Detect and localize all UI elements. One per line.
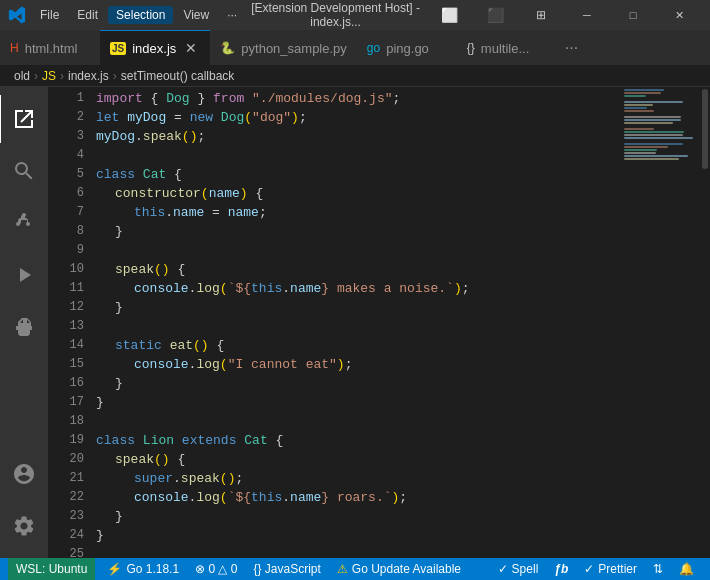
code-line: } [92,393,620,412]
line-number: 25 [48,545,84,558]
tab-bar: H html.html JS index.js ✕ 🐍 python_sampl… [0,30,710,65]
status-update-label: Go Update Available [352,562,461,576]
menu-view[interactable]: View [175,6,217,24]
code-line: speak() { [92,450,620,469]
status-notifications[interactable]: 🔔 [671,558,702,580]
code-line [92,412,620,431]
line-number: 11 [48,279,84,298]
code-line: import { Dog } from "./modules/dog.js"; [92,89,620,108]
status-errors-label: ⊗ 0 △ 0 [195,562,237,576]
run-debug-icon[interactable] [0,251,48,299]
code-line: } [92,507,620,526]
breadcrumb-sep3: › [113,69,117,83]
scrollbar[interactable] [700,87,710,558]
minimize-button[interactable]: ─ [564,0,610,30]
code-line: console.log(`${this.name} roars.`); [92,488,620,507]
tab-index-js[interactable]: JS index.js ✕ [100,30,210,65]
code-line: this.name = name; [92,203,620,222]
code-line: } [92,374,620,393]
line-number: 14 [48,336,84,355]
extensions-icon[interactable] [0,303,48,351]
status-language[interactable]: {} JavaScript [245,558,328,580]
maximize-button[interactable]: □ [610,0,656,30]
line-number: 6 [48,184,84,203]
line-number: 15 [48,355,84,374]
settings-icon[interactable] [0,502,48,550]
code-editor[interactable]: 1234567891011121314151617181920212223242… [48,87,620,558]
tab-index-label: index.js [132,41,176,56]
activity-bar [0,87,48,558]
code-line: } [92,298,620,317]
line-number: 8 [48,222,84,241]
menu-more[interactable]: ··· [219,6,245,24]
tab-close-icon[interactable]: ✕ [182,38,200,58]
menu-file[interactable]: File [32,6,67,24]
spell-check-icon: ✓ [498,562,508,576]
line-number: 20 [48,450,84,469]
html-file-icon: H [10,41,19,55]
status-sync[interactable]: ⇅ [645,558,671,580]
editor-area: 1234567891011121314151617181920212223242… [48,87,710,558]
status-prettier-label: Prettier [598,562,637,576]
line-number: 24 [48,526,84,545]
tab-html-label: html.html [25,41,78,56]
tabs-overflow-button[interactable]: ··· [557,39,586,57]
menu-selection[interactable]: Selection [108,6,173,24]
prettier-icon: ✓ [584,562,594,576]
status-spell[interactable]: ✓ Spell [490,558,547,580]
breadcrumb-sep2: › [60,69,64,83]
js-file-icon: JS [110,42,126,55]
status-update-warning[interactable]: ⚠ Go Update Available [329,558,469,580]
code-line [92,241,620,260]
breadcrumb-callback[interactable]: setTimeout() callback [121,69,235,83]
fb-label: ƒb [554,562,568,576]
tab-python-label: python_sample.py [241,41,347,56]
status-fb[interactable]: ƒb [546,558,576,580]
line-number: 19 [48,431,84,450]
search-activity-icon[interactable] [0,147,48,195]
code-line: class Lion extends Cat { [92,431,620,450]
explorer-icon[interactable] [0,95,47,143]
breadcrumb-sep1: › [34,69,38,83]
status-wsl[interactable]: WSL: Ubuntu [8,558,95,580]
tab-ping-label: ping.go [386,41,429,56]
bell-icon: 🔔 [679,562,694,576]
close-button[interactable]: ✕ [656,0,702,30]
tab-ping-go[interactable]: go ping.go [357,30,457,65]
breadcrumb-old[interactable]: old [14,69,30,83]
line-number: 12 [48,298,84,317]
warning-icon: ⚠ [337,562,348,576]
line-number: 3 [48,127,84,146]
title-bar: File Edit Selection View ··· [Extension … [0,0,710,30]
brace-file-icon: {} [467,41,475,55]
code-line: } [92,222,620,241]
layout-split[interactable]: ⬛ [472,0,518,30]
tab-multi[interactable]: {} multile... [457,30,557,65]
tab-html[interactable]: H html.html [0,30,100,65]
py-file-icon: 🐍 [220,41,235,55]
code-line: let myDog = new Dog("dog"); [92,108,620,127]
layout-grid[interactable]: ⊞ [518,0,564,30]
breadcrumb-js[interactable]: JS [42,69,56,83]
source-control-icon[interactable] [0,199,48,247]
code-line [92,317,620,336]
breadcrumb-file[interactable]: index.js [68,69,109,83]
line-number: 17 [48,393,84,412]
code-line: class Cat { [92,165,620,184]
scrollbar-thumb[interactable] [702,89,708,169]
sync-icon: ⇅ [653,562,663,576]
accounts-icon[interactable] [0,450,48,498]
status-go-version[interactable]: ⚡ Go 1.18.1 [99,558,187,580]
menu-edit[interactable]: Edit [69,6,106,24]
status-prettier[interactable]: ✓ Prettier [576,558,645,580]
layout-toggle[interactable]: ⬜ [426,0,472,30]
tab-python[interactable]: 🐍 python_sample.py [210,30,357,65]
status-lang-label: {} JavaScript [253,562,320,576]
code-line: static eat() { [92,336,620,355]
code-content[interactable]: import { Dog } from "./modules/dog.js";l… [92,87,620,558]
line-number: 2 [48,108,84,127]
status-errors[interactable]: ⊗ 0 △ 0 [187,558,245,580]
line-number: 7 [48,203,84,222]
line-number: 4 [48,146,84,165]
app-icon [8,6,26,24]
